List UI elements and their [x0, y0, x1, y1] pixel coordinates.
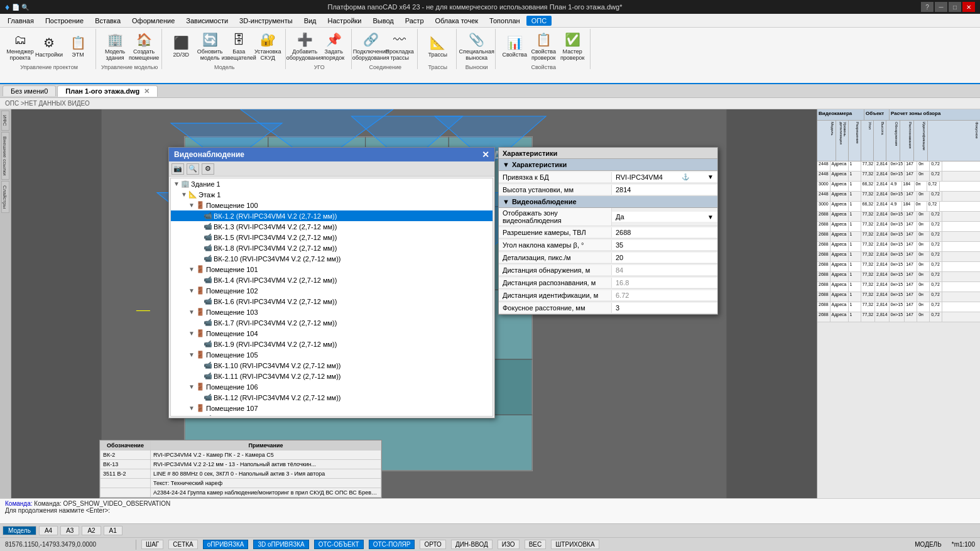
- tree-cam-2-10[interactable]: 📹 ВК-2.10 (RVI-IPC34VM4 V.2 (2,7-12 мм)): [171, 253, 493, 264]
- dropdown-zone-icon[interactable]: ▼: [707, 214, 714, 221]
- tree-room-102[interactable]: ▼ 🚪 Помещение 102: [171, 285, 493, 296]
- route-btn[interactable]: 📐 Трассы: [424, 30, 452, 63]
- prop-val-baza[interactable]: RVI-IPC34VM4 ⚓ ▼: [612, 172, 717, 182]
- menu-oblaka[interactable]: Облака точек: [430, 16, 484, 26]
- camera-toolbar-icon2[interactable]: 🔍: [187, 163, 199, 175]
- props-btn[interactable]: 📊 Свойства: [501, 30, 528, 63]
- tree-room-105[interactable]: ▼ 🚪 Помещение 105: [171, 349, 493, 360]
- status-izo[interactable]: ИЗО: [498, 540, 520, 549]
- tree-cam-1-12[interactable]: 📹 ВК-1.12 (RVI-IPC34VM4 V.2 (2,7-12 мм)): [171, 392, 493, 403]
- tree-cam-1-11[interactable]: 📹 ВК-1.11 (RVI-IPC34VM4 V.2 (2,7-12 мм)): [171, 371, 493, 381]
- tree-cam-1-7[interactable]: 📹 ВК-1.7 (RVI-IPC34VM4 V.2 (2,7-12 мм)): [171, 317, 493, 328]
- status-shtrihovka[interactable]: ШТРИХОВКА: [551, 540, 599, 549]
- tree-room-104[interactable]: ▼ 🚪 Помещение 104: [171, 328, 493, 339]
- camera-toolbar-icon1[interactable]: 📷: [172, 163, 184, 175]
- tree-cam-1-10[interactable]: 📹 ВК-1.10 (RVI-IPC34VM4 V.2 (2,7-12 мм)): [171, 360, 493, 371]
- status-ots-polyar[interactable]: ОТС-ПОЛЯР: [369, 540, 415, 549]
- right-table-cell: 147: [905, 302, 917, 312]
- set-order-btn[interactable]: 📌 Задать порядок: [320, 30, 347, 63]
- prop-val-height[interactable]: 2814: [612, 185, 717, 195]
- prop-val-show-zone[interactable]: Да ▼: [612, 212, 717, 222]
- master-check-btn[interactable]: ✅ Мастер проверок: [558, 30, 586, 63]
- subheader-focal: Фокусное: [928, 121, 980, 161]
- tree-room-101[interactable]: ▼ 🚪 Помещение 101: [171, 264, 493, 275]
- tree-cam-1-5[interactable]: 📹 ВК-1.5 (RVI-IPC34VM4 V.2 (2,7-12 мм)): [171, 232, 493, 243]
- menu-glavnaya[interactable]: Главная: [3, 16, 39, 26]
- tab-unnamed[interactable]: Без имени0: [3, 85, 56, 96]
- tab-model[interactable]: Модель: [3, 526, 36, 535]
- update-model-btn[interactable]: 🔄 Обновить модель: [196, 30, 224, 63]
- create-pomesh-btn[interactable]: 🏠 Создать помещение: [130, 30, 158, 63]
- camera-toolbar-icon3[interactable]: ⚙: [202, 163, 214, 175]
- settings-btn[interactable]: ⚙ Настройки: [35, 30, 63, 63]
- model-zdania-btn[interactable]: 🏢 Модель здания: [101, 30, 129, 63]
- tree-room-106[interactable]: ▼ 🚪 Помещение 106: [171, 381, 493, 392]
- props-section-video[interactable]: ▼ Видеонаблюдение: [499, 196, 717, 208]
- tree-floor1[interactable]: ▼ 📐 Этаж 1: [171, 189, 493, 200]
- tree-room-103[interactable]: ▼ 🚪 Помещение 103: [171, 307, 493, 317]
- menu-nastroyki[interactable]: Настройки: [323, 16, 367, 26]
- canvas-area[interactable]: CIA Видеонаблюдение ✕ 📷 🔍 ⚙ ▼ 🏢: [11, 109, 980, 498]
- status-3d-oprivyazka[interactable]: 3D оПРИВЯЗКА: [253, 540, 308, 549]
- status-ves[interactable]: ВЕС: [525, 540, 547, 549]
- lay-route-btn[interactable]: 〰 Прокладка трассы: [386, 30, 413, 63]
- etm-btn[interactable]: 📋 ЭТМ: [64, 30, 92, 63]
- baza-btn[interactable]: 🗄 База извещателей: [225, 30, 253, 63]
- status-din-vvod[interactable]: ДИН-ВВОД: [451, 540, 493, 549]
- tree-room-107[interactable]: ▼ 🚪 Помещение 107: [171, 403, 493, 413]
- vtab-ifs[interactable]: ИФС: [1, 111, 9, 131]
- tab-a4[interactable]: А4: [39, 526, 58, 535]
- status-oprivyazka[interactable]: оПРИВЯЗКА: [203, 540, 249, 549]
- help-btn[interactable]: ?: [921, 2, 934, 12]
- tree-cam-1-4[interactable]: 📹 ВК-1.4 (RVI-IPC34VM4 V.2 (2,7-12 мм)): [171, 275, 493, 285]
- tab-close-icon[interactable]: ✕: [144, 87, 150, 95]
- menu-vyvod[interactable]: Вывод: [368, 16, 398, 26]
- menu-topoplан[interactable]: Топоплан: [484, 16, 525, 26]
- right-table-cell: 2688: [817, 312, 830, 322]
- connect-equip-btn[interactable]: 🔗 Подключение оборудования: [357, 30, 384, 63]
- tab-a1[interactable]: А1: [104, 526, 122, 535]
- prop-val-ident-dist: 6.72: [612, 290, 717, 300]
- vtab-ext-links[interactable]: Внешние ссылки: [1, 132, 9, 180]
- status-orto[interactable]: ОРТО: [420, 540, 445, 549]
- tree-building[interactable]: ▼ 🏢 Здание 1: [171, 178, 493, 189]
- menu-rastr[interactable]: Растр: [400, 16, 429, 26]
- dropdown-icon[interactable]: ▼: [707, 173, 714, 180]
- status-ots-obj[interactable]: ОТС-ОБЪЕКТ: [314, 540, 364, 549]
- close-btn[interactable]: ✕: [962, 2, 975, 12]
- tab-a2[interactable]: А2: [82, 526, 101, 535]
- tree-cam-1-2[interactable]: 📹 ВК-1.2 (RVI-IPC34VM4 V.2 (2,7-12 мм)): [171, 210, 493, 221]
- menu-vstavka[interactable]: Вставка: [90, 16, 126, 26]
- add-equip-btn[interactable]: ➕ Добавить оборудования: [291, 30, 318, 63]
- breadcrumb-text: ОПС >: [5, 100, 24, 107]
- menu-zavisimosti[interactable]: Зависимости: [181, 16, 233, 26]
- status-setka[interactable]: СЕТКА: [168, 540, 198, 549]
- spec-vynos-btn[interactable]: 📎 Специальная выноска: [463, 30, 491, 63]
- 2d3d-btn[interactable]: ⬛ 2D/3D: [167, 30, 195, 63]
- video-dialog-tree[interactable]: ▼ 🏢 Здание 1 ▼ 📐 Этаж 1 ▼ 🚪 Помещен: [170, 178, 493, 417]
- tree-room-100[interactable]: ▼ 🚪 Помещение 100: [171, 200, 493, 210]
- menu-postroenie[interactable]: Построение: [40, 16, 89, 26]
- maximize-btn[interactable]: □: [949, 2, 961, 12]
- tree-cam-1-13[interactable]: 📹 ВК-1.13 (RVI-IPC34VM4 V.2 (2,7-12 мм)): [171, 413, 493, 417]
- menu-oformlenie[interactable]: Оформление: [127, 16, 180, 26]
- tree-cam-1-9[interactable]: 📹 ВК-1.9 (RVI-IPC34VM4 V.2 (2,7-12 мм)): [171, 339, 493, 349]
- props-section-char[interactable]: ▼ Характеристики: [499, 159, 717, 171]
- tree-cam-1-3[interactable]: 📹 ВК-1.3 (RVI-IPC34VM4 V.2 (2,7-12 мм)): [171, 221, 493, 232]
- menu-3d-instrumenty[interactable]: 3D-инструменты: [234, 16, 298, 26]
- menu-vid[interactable]: Вид: [299, 16, 322, 26]
- tab-a3[interactable]: А3: [60, 526, 79, 535]
- anchor-icon[interactable]: ⚓: [682, 173, 689, 180]
- menu-ops[interactable]: ОПС: [526, 16, 552, 26]
- props-check-btn[interactable]: 📋 Свойства проверок: [530, 30, 557, 63]
- tab-plan1[interactable]: План 1-ого этажа.dwg ✕: [57, 85, 158, 97]
- minimize-btn[interactable]: ─: [935, 2, 947, 12]
- tree-cam-1-8[interactable]: 📹 ВК-1.8 (RVI-IPC34VM4 V.2 (2,7-12 мм)): [171, 243, 493, 253]
- install-skud-btn[interactable]: 🔐 Установка СКУД: [254, 30, 281, 63]
- vtab-sliders[interactable]: Слайстры: [1, 181, 9, 213]
- tree-cam-1-6[interactable]: 📹 ВК-1.6 (RVI-IPC34VM4 V.2 (2,7-12 мм)): [171, 296, 493, 307]
- video-dialog-close[interactable]: ✕: [482, 150, 489, 160]
- status-shag[interactable]: ШАГ: [141, 540, 163, 549]
- manager-project-btn[interactable]: 🗂 Менеджер проекта: [6, 30, 34, 63]
- right-table-row: 2688Адреса177,322,8140н>151470н0,72: [817, 302, 980, 312]
